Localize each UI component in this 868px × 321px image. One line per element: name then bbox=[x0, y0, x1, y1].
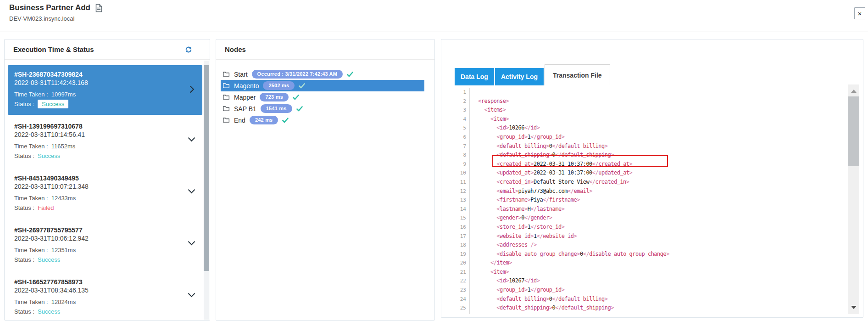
refresh-button[interactable] bbox=[185, 46, 192, 53]
node-label: Magento bbox=[234, 82, 259, 90]
folder-icon bbox=[223, 106, 230, 112]
check-icon bbox=[282, 118, 289, 123]
status-value: Failed bbox=[38, 204, 54, 211]
code-text: <default_shipping>0</default_shipping> bbox=[470, 151, 614, 160]
code-line: 12 <email>piyah773@abc.com</email> bbox=[453, 187, 845, 196]
close-button[interactable]: × bbox=[854, 7, 865, 19]
node-row-start[interactable]: Start Occurred : 3/31/2022 7:42:43 AM bbox=[223, 68, 434, 80]
node-label: Mapper bbox=[234, 94, 256, 101]
code-text: <response> bbox=[470, 97, 509, 106]
line-number: 14 bbox=[453, 205, 470, 214]
execution-entry[interactable]: #SH-166527767858973 2022-03-31T08:34:46.… bbox=[8, 273, 202, 320]
status-label: Status : bbox=[14, 256, 34, 263]
execution-scrollbar-track[interactable] bbox=[204, 61, 209, 320]
check-icon bbox=[347, 72, 353, 77]
line-number: 23 bbox=[453, 286, 470, 295]
node-badge: 1541 ms bbox=[261, 104, 292, 113]
execution-scrollbar-thumb[interactable] bbox=[204, 65, 209, 271]
code-line: 15 <gender>0</gender> bbox=[453, 214, 845, 223]
time-taken-value: 10997ms bbox=[51, 91, 76, 98]
line-number: 20 bbox=[453, 259, 470, 268]
log-panel: Data Log Activity Log Transaction File 1… bbox=[441, 39, 863, 318]
check-icon bbox=[296, 106, 303, 112]
execution-panel-title: Execution Time & Status bbox=[13, 45, 94, 53]
code-text: <lastname>H</lastname> bbox=[470, 205, 564, 214]
execution-entry[interactable]: #SH-84513490349495 2022-03-31T10:07:21.3… bbox=[8, 169, 202, 219]
code-line: 9 <created_at>2022-03-31 10:37:00</creat… bbox=[453, 160, 845, 169]
refresh-icon bbox=[185, 46, 192, 53]
code-text: <email>piyah773@abc.com</email> bbox=[470, 187, 592, 196]
node-row-end[interactable]: End 242 ms bbox=[223, 114, 434, 126]
transaction-file-viewer: 12<response>3 <items>4 <item>5 <id>10266… bbox=[453, 88, 845, 314]
execution-entry[interactable]: #SH-139199697310678 2022-03-31T10:14:56.… bbox=[8, 117, 202, 167]
time-taken-label: Time Taken : bbox=[14, 143, 48, 150]
nodes-list: Start Occurred : 3/31/2022 7:42:43 AM Ma… bbox=[216, 60, 434, 126]
node-label: End bbox=[234, 117, 245, 124]
node-badge: 723 ms bbox=[260, 93, 289, 101]
line-number: 21 bbox=[453, 268, 470, 277]
node-row-mapper[interactable]: Mapper 723 ms bbox=[223, 91, 434, 103]
execution-panel: Execution Time & Status #SH-236870347309… bbox=[4, 39, 210, 321]
execution-timestamp: 2022-03-31T10:06:12.942 bbox=[14, 234, 196, 243]
line-number: 17 bbox=[453, 232, 470, 241]
code-line: 16 <store_id>1</store_id> bbox=[453, 223, 845, 232]
code-line: 11 <created_in>Default Store View</creat… bbox=[453, 178, 845, 187]
code-line: 21 <item> bbox=[453, 268, 845, 277]
node-row-magento-selected[interactable]: Magento 2502 ms bbox=[221, 80, 424, 91]
tab-activity-log[interactable]: Activity Log bbox=[495, 68, 544, 85]
code-line: 17 <website_id>1</website_id> bbox=[453, 232, 845, 241]
window-header: Business Partner Add DEV-VM023.insync.lo… bbox=[0, 0, 868, 32]
execution-timestamp: 2022-03-31T10:14:56.41 bbox=[14, 130, 196, 139]
code-line: 5 <id>10266</id> bbox=[453, 124, 845, 133]
code-line: 26 <created_at>2022-03-31 10:37:33</crea… bbox=[453, 313, 845, 314]
code-text: <group_id>1</group_id> bbox=[470, 133, 564, 142]
line-number: 3 bbox=[453, 106, 470, 115]
code-line: 24 <default_billing>0</default_billing> bbox=[453, 295, 845, 304]
time-taken-value: 12351ms bbox=[51, 247, 76, 253]
execution-timestamp: 2022-03-31T10:07:21.348 bbox=[14, 182, 196, 191]
line-number: 1 bbox=[453, 88, 470, 97]
execution-id: #SH-236870347309824 bbox=[14, 70, 196, 79]
code-text: <item> bbox=[470, 268, 509, 277]
code-text: <created_in>Default Store View</created_… bbox=[470, 178, 629, 187]
line-number: 26 bbox=[453, 313, 470, 314]
code-line: 1 bbox=[453, 88, 845, 97]
code-text: <default_billing>0</default_billing> bbox=[470, 142, 608, 151]
line-number: 13 bbox=[453, 196, 470, 205]
code-text: </item> bbox=[470, 259, 512, 268]
line-number: 4 bbox=[453, 115, 470, 124]
node-label: SAP B1 bbox=[234, 105, 256, 113]
line-number: 6 bbox=[453, 133, 470, 142]
code-scrollbar-track[interactable] bbox=[848, 84, 859, 314]
code-text: <default_billing>0</default_billing> bbox=[470, 295, 608, 304]
code-text: <gender>0</gender> bbox=[470, 214, 552, 223]
code-text: <updated_at>2022-03-31 10:37:00</updated… bbox=[470, 169, 632, 178]
execution-id: #SH-269778755795577 bbox=[14, 226, 196, 234]
execution-timestamp: 2022-03-31T08:34:46.135 bbox=[14, 286, 196, 295]
tab-transaction-file[interactable]: Transaction File bbox=[545, 64, 610, 85]
node-row-sapb1[interactable]: SAP B1 1541 ms bbox=[223, 103, 434, 114]
code-text: <default_shipping>0</default_shipping> bbox=[470, 304, 614, 313]
status-label: Status : bbox=[14, 101, 34, 107]
scroll-up-arrow-icon[interactable] bbox=[851, 90, 857, 93]
document-icon bbox=[95, 4, 102, 12]
time-taken-label: Time Taken : bbox=[14, 247, 48, 253]
code-scrollbar-thumb[interactable] bbox=[848, 96, 859, 166]
status-label: Status : bbox=[14, 308, 34, 315]
code-line: 6 <group_id>1</group_id> bbox=[453, 133, 845, 142]
status-label: Status : bbox=[14, 204, 34, 211]
time-taken-value: 12824ms bbox=[51, 298, 76, 305]
scroll-down-arrow-icon[interactable] bbox=[851, 306, 857, 309]
execution-entry[interactable]: #SH-269778755795577 2022-03-31T10:06:12.… bbox=[8, 221, 202, 270]
execution-entry-selected[interactable]: #SH-236870347309824 2022-03-31T11:42:43.… bbox=[8, 65, 202, 115]
code-text: <website_id>1</website_id> bbox=[470, 232, 577, 241]
line-number: 15 bbox=[453, 214, 470, 223]
code-text: <firstname>Piya</firstname> bbox=[470, 196, 580, 205]
tab-data-log[interactable]: Data Log bbox=[455, 68, 494, 85]
code-text: <disable_auto_group_change>0</disable_au… bbox=[470, 250, 669, 259]
check-icon bbox=[293, 95, 299, 100]
code-line: 13 <firstname>Piya</firstname> bbox=[453, 196, 845, 205]
status-value: Success bbox=[38, 308, 60, 315]
nodes-panel-header: Nodes bbox=[216, 39, 434, 60]
node-badge: 2502 ms bbox=[263, 81, 295, 90]
